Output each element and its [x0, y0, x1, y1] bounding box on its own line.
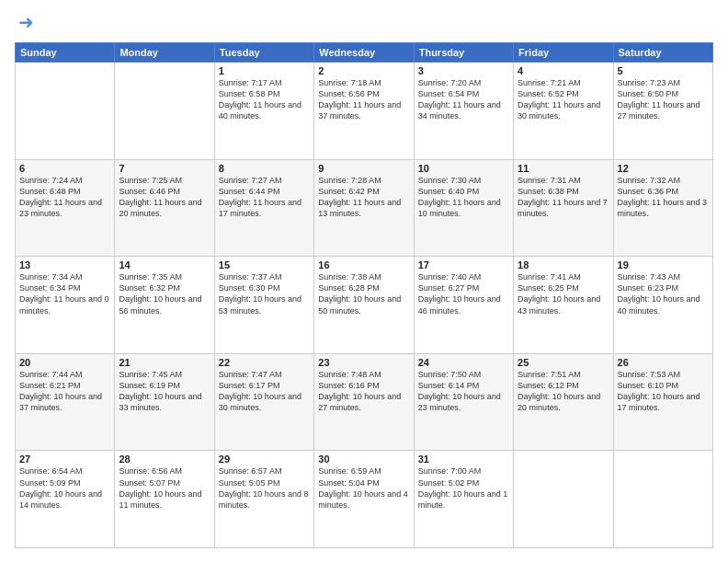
header: ➜ — [15, 15, 713, 33]
week-row-4: 20Sunrise: 7:44 AM Sunset: 6:21 PM Dayli… — [16, 353, 713, 451]
day-info: Sunrise: 7:21 AM Sunset: 6:52 PM Dayligh… — [518, 77, 609, 122]
weekday-header-wednesday: Wednesday — [314, 43, 414, 63]
calendar-cell: 11Sunrise: 7:31 AM Sunset: 6:38 PM Dayli… — [514, 159, 613, 257]
day-info: Sunrise: 7:34 AM Sunset: 6:34 PM Dayligh… — [19, 271, 110, 316]
week-row-1: 1Sunrise: 7:17 AM Sunset: 6:58 PM Daylig… — [16, 63, 713, 160]
day-number: 11 — [518, 163, 609, 174]
day-info: Sunrise: 7:44 AM Sunset: 6:21 PM Dayligh… — [19, 369, 110, 414]
day-info: Sunrise: 6:59 AM Sunset: 5:04 PM Dayligh… — [318, 465, 409, 511]
day-number: 22 — [219, 357, 310, 368]
calendar-cell: 30Sunrise: 6:59 AM Sunset: 5:04 PM Dayli… — [314, 451, 414, 548]
day-number: 7 — [119, 163, 210, 174]
day-number: 14 — [119, 259, 210, 270]
calendar-cell: 20Sunrise: 7:44 AM Sunset: 6:21 PM Dayli… — [16, 353, 115, 451]
calendar-cell: 16Sunrise: 7:38 AM Sunset: 6:28 PM Dayli… — [314, 257, 414, 354]
calendar-cell: 22Sunrise: 7:47 AM Sunset: 6:17 PM Dayli… — [214, 353, 313, 451]
calendar-cell: 29Sunrise: 6:57 AM Sunset: 5:05 PM Dayli… — [214, 451, 313, 548]
page: ➜ SundayMondayTuesdayWednesdayThursdayFr… — [0, 0, 728, 563]
day-number: 4 — [518, 65, 609, 76]
weekday-header-monday: Monday — [115, 43, 214, 63]
week-row-2: 6Sunrise: 7:24 AM Sunset: 6:48 PM Daylig… — [16, 159, 713, 257]
day-number: 25 — [518, 357, 609, 368]
day-info: Sunrise: 7:43 AM Sunset: 6:23 PM Dayligh… — [618, 271, 709, 316]
day-info: Sunrise: 7:35 AM Sunset: 6:32 PM Dayligh… — [119, 271, 210, 316]
day-number: 17 — [418, 259, 509, 270]
day-number: 19 — [618, 259, 709, 270]
day-info: Sunrise: 7:50 AM Sunset: 6:14 PM Dayligh… — [418, 369, 509, 414]
day-info: Sunrise: 7:47 AM Sunset: 6:17 PM Dayligh… — [219, 369, 310, 414]
calendar-cell: 26Sunrise: 7:53 AM Sunset: 6:10 PM Dayli… — [613, 353, 712, 451]
day-info: Sunrise: 7:27 AM Sunset: 6:44 PM Dayligh… — [219, 175, 310, 220]
day-info: Sunrise: 7:31 AM Sunset: 6:38 PM Dayligh… — [518, 175, 609, 220]
weekday-header-friday: Friday — [514, 43, 613, 63]
weekday-header-tuesday: Tuesday — [214, 43, 313, 63]
day-info: Sunrise: 7:25 AM Sunset: 6:46 PM Dayligh… — [119, 175, 210, 220]
day-info: Sunrise: 7:18 AM Sunset: 6:56 PM Dayligh… — [318, 77, 409, 122]
calendar-cell: 14Sunrise: 7:35 AM Sunset: 6:32 PM Dayli… — [115, 257, 214, 354]
calendar-cell: 27Sunrise: 6:54 AM Sunset: 5:09 PM Dayli… — [16, 451, 115, 548]
week-row-5: 27Sunrise: 6:54 AM Sunset: 5:09 PM Dayli… — [16, 451, 713, 548]
day-info: Sunrise: 7:24 AM Sunset: 6:48 PM Dayligh… — [19, 175, 110, 220]
day-info: Sunrise: 7:28 AM Sunset: 6:42 PM Dayligh… — [318, 175, 409, 220]
calendar-cell — [115, 63, 214, 160]
day-number: 1 — [219, 65, 310, 76]
calendar-cell: 24Sunrise: 7:50 AM Sunset: 6:14 PM Dayli… — [414, 353, 513, 451]
calendar-cell: 12Sunrise: 7:32 AM Sunset: 6:36 PM Dayli… — [613, 159, 712, 257]
day-info: Sunrise: 7:41 AM Sunset: 6:25 PM Dayligh… — [518, 271, 609, 316]
day-info: Sunrise: 6:54 AM Sunset: 5:09 PM Dayligh… — [19, 465, 110, 511]
day-info: Sunrise: 7:00 AM Sunset: 5:02 PM Dayligh… — [418, 465, 509, 511]
calendar: SundayMondayTuesdayWednesdayThursdayFrid… — [15, 42, 713, 548]
calendar-cell: 7Sunrise: 7:25 AM Sunset: 6:46 PM Daylig… — [115, 159, 214, 257]
calendar-cell: 10Sunrise: 7:30 AM Sunset: 6:40 PM Dayli… — [414, 159, 513, 257]
weekday-header-thursday: Thursday — [414, 43, 513, 63]
calendar-cell: 25Sunrise: 7:51 AM Sunset: 6:12 PM Dayli… — [514, 353, 613, 451]
day-info: Sunrise: 7:38 AM Sunset: 6:28 PM Dayligh… — [318, 271, 409, 316]
calendar-cell — [613, 451, 712, 548]
day-number: 10 — [418, 163, 509, 174]
day-number: 9 — [318, 163, 409, 174]
weekday-header-sunday: Sunday — [16, 43, 115, 63]
calendar-cell — [16, 63, 115, 160]
day-number: 8 — [219, 163, 310, 174]
day-info: Sunrise: 7:40 AM Sunset: 6:27 PM Dayligh… — [418, 271, 509, 316]
calendar-cell: 21Sunrise: 7:45 AM Sunset: 6:19 PM Dayli… — [115, 353, 214, 451]
calendar-cell — [514, 451, 613, 548]
calendar-cell: 8Sunrise: 7:27 AM Sunset: 6:44 PM Daylig… — [214, 159, 313, 257]
day-number: 15 — [219, 259, 310, 270]
calendar-cell: 23Sunrise: 7:48 AM Sunset: 6:16 PM Dayli… — [314, 353, 414, 451]
calendar-cell: 1Sunrise: 7:17 AM Sunset: 6:58 PM Daylig… — [214, 63, 313, 160]
day-number: 24 — [418, 357, 509, 368]
day-info: Sunrise: 6:57 AM Sunset: 5:05 PM Dayligh… — [219, 465, 310, 511]
logo: ➜ — [15, 15, 34, 33]
day-number: 31 — [418, 454, 509, 465]
day-number: 13 — [19, 259, 110, 270]
day-number: 21 — [119, 357, 210, 368]
weekday-header-row: SundayMondayTuesdayWednesdayThursdayFrid… — [16, 43, 713, 63]
day-number: 5 — [618, 65, 709, 76]
day-info: Sunrise: 6:56 AM Sunset: 5:07 PM Dayligh… — [119, 465, 210, 511]
day-number: 20 — [19, 357, 110, 368]
day-info: Sunrise: 7:20 AM Sunset: 6:54 PM Dayligh… — [418, 77, 509, 122]
day-number: 12 — [618, 163, 709, 174]
calendar-cell: 4Sunrise: 7:21 AM Sunset: 6:52 PM Daylig… — [514, 63, 613, 160]
calendar-cell: 2Sunrise: 7:18 AM Sunset: 6:56 PM Daylig… — [314, 63, 414, 160]
calendar-cell: 19Sunrise: 7:43 AM Sunset: 6:23 PM Dayli… — [613, 257, 712, 354]
logo-bird-icon: ➜ — [18, 11, 34, 33]
calendar-cell: 13Sunrise: 7:34 AM Sunset: 6:34 PM Dayli… — [16, 257, 115, 354]
day-info: Sunrise: 7:51 AM Sunset: 6:12 PM Dayligh… — [518, 369, 609, 414]
day-info: Sunrise: 7:30 AM Sunset: 6:40 PM Dayligh… — [418, 175, 509, 220]
day-number: 3 — [418, 65, 509, 76]
day-info: Sunrise: 7:37 AM Sunset: 6:30 PM Dayligh… — [219, 271, 310, 316]
day-number: 16 — [318, 259, 409, 270]
day-number: 26 — [618, 357, 709, 368]
day-info: Sunrise: 7:17 AM Sunset: 6:58 PM Dayligh… — [219, 77, 310, 122]
day-number: 27 — [19, 454, 110, 465]
day-number: 29 — [219, 454, 310, 465]
calendar-cell: 18Sunrise: 7:41 AM Sunset: 6:25 PM Dayli… — [514, 257, 613, 354]
day-info: Sunrise: 7:23 AM Sunset: 6:50 PM Dayligh… — [618, 77, 709, 122]
day-info: Sunrise: 7:48 AM Sunset: 6:16 PM Dayligh… — [318, 369, 409, 414]
day-info: Sunrise: 7:45 AM Sunset: 6:19 PM Dayligh… — [119, 369, 210, 414]
calendar-cell: 31Sunrise: 7:00 AM Sunset: 5:02 PM Dayli… — [414, 451, 513, 548]
calendar-cell: 3Sunrise: 7:20 AM Sunset: 6:54 PM Daylig… — [414, 63, 513, 160]
day-number: 6 — [19, 163, 110, 174]
